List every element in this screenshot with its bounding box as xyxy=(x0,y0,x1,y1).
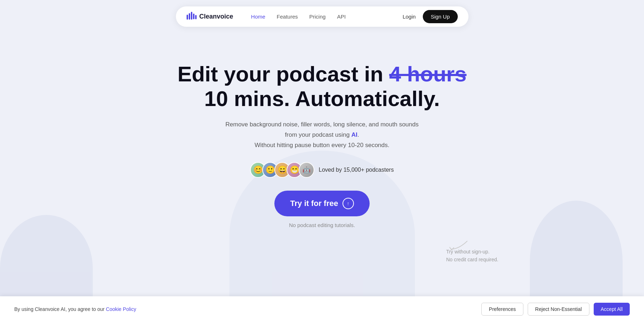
hero-subtext: Remove background noise, filler words, l… xyxy=(219,120,426,151)
cookie-actions: Preferences Reject Non-Essential Accept … xyxy=(481,303,630,316)
nav-home[interactable]: Home xyxy=(251,14,265,20)
signup-button[interactable]: Sign Up xyxy=(423,10,457,23)
logo-icon xyxy=(187,12,197,21)
svg-rect-4 xyxy=(195,15,197,19)
cookie-policy-link[interactable]: Cookie Policy xyxy=(106,306,136,312)
subtext-ai: AI xyxy=(351,131,358,138)
nav-links: Home Features Pricing API xyxy=(251,14,389,20)
social-proof-text: Loved by 15,000+ podcasters xyxy=(319,167,394,173)
nav-actions: Login Sign Up xyxy=(402,10,457,23)
cta-wrapper: Try it for free ↑ xyxy=(7,191,637,222)
svg-rect-0 xyxy=(187,15,188,20)
logo[interactable]: Cleanvoice xyxy=(187,12,233,21)
svg-rect-2 xyxy=(191,12,192,20)
cta-button[interactable]: Try it for free ↑ xyxy=(274,191,369,216)
no-tutorial-text: No podcast editing tutorials. xyxy=(7,222,637,228)
social-proof: 😊 🙂 😄 😁 🤖 Loved by 15,000+ podcasters xyxy=(7,162,637,178)
headline-strikethrough: 4 hours xyxy=(389,62,467,86)
try-without-text: Try without sign-up. No credit card requ… xyxy=(446,248,498,264)
headline-part1: Edit your podcast in xyxy=(177,62,389,86)
reject-button[interactable]: Reject Non-Essential xyxy=(528,303,589,316)
nav-api[interactable]: API xyxy=(337,14,346,20)
avatar-robot: 🤖 xyxy=(299,162,314,178)
cookie-banner: By using Cleanvoice AI, you agree to our… xyxy=(0,296,644,322)
cta-label: Try it for free xyxy=(290,199,338,208)
subtext-part1: Remove background noise, filler words, l… xyxy=(225,121,419,138)
login-link[interactable]: Login xyxy=(402,14,416,20)
avatars: 😊 🙂 😄 😁 🤖 xyxy=(250,162,314,178)
nav-pricing[interactable]: Pricing xyxy=(309,14,326,20)
navbar: Cleanvoice Home Features Pricing API Log… xyxy=(0,0,644,33)
hero-headline: Edit your podcast in 4 hours 10 mins. Au… xyxy=(7,62,637,111)
accept-button[interactable]: Accept All xyxy=(594,303,630,316)
nav-features[interactable]: Features xyxy=(277,14,298,20)
logo-text: Cleanvoice xyxy=(199,13,233,20)
preferences-button[interactable]: Preferences xyxy=(481,303,523,316)
arrow-up-icon: ↑ xyxy=(343,198,354,209)
svg-rect-1 xyxy=(189,13,190,20)
cookie-text: By using Cleanvoice AI, you agree to our… xyxy=(14,306,136,312)
svg-rect-3 xyxy=(193,14,194,19)
headline-part2: 10 mins. Automatically. xyxy=(204,87,440,111)
hero-section: Edit your podcast in 4 hours 10 mins. Au… xyxy=(0,33,644,278)
